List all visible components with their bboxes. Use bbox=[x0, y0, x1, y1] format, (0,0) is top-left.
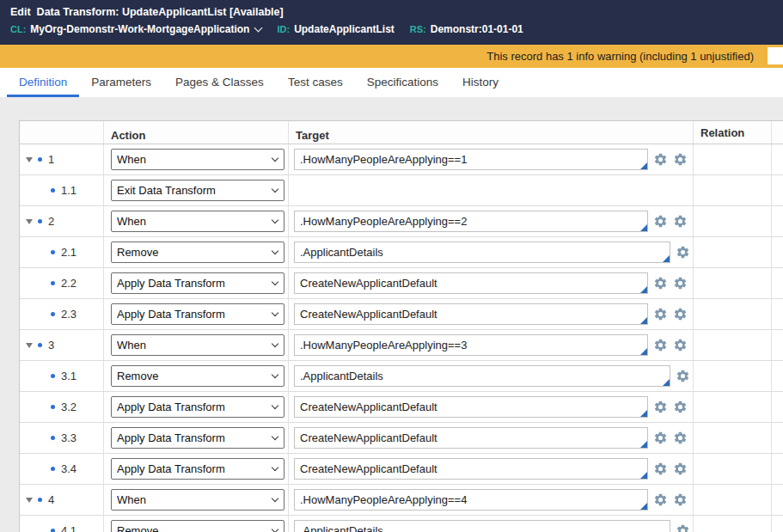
target-input-wrapper bbox=[294, 427, 648, 449]
action-select[interactable]: When bbox=[111, 334, 284, 356]
relation-cell bbox=[694, 516, 772, 532]
action-select[interactable]: Apply Data Transform bbox=[111, 396, 284, 418]
tab-test-cases[interactable]: Test cases bbox=[276, 68, 355, 97]
tab-pages-classes[interactable]: Pages & Classes bbox=[163, 68, 276, 97]
target-input[interactable] bbox=[294, 272, 648, 294]
row-number-cell: 3.4 bbox=[20, 454, 104, 484]
expression-builder-corner-icon[interactable] bbox=[640, 472, 647, 479]
open-rule-gear-icon[interactable] bbox=[653, 276, 668, 290]
open-rule-gear-icon[interactable] bbox=[653, 492, 668, 507]
warning-text: This record has 1 info warning (includin… bbox=[486, 50, 754, 63]
action-select[interactable]: Remove bbox=[111, 242, 284, 263]
configure-gear-icon[interactable] bbox=[673, 214, 688, 229]
open-rule-gear-icon[interactable] bbox=[653, 307, 668, 321]
relation-cell bbox=[694, 175, 772, 205]
table-row: 2.2 Apply Data Transform bbox=[20, 268, 783, 299]
expression-builder-corner-icon[interactable] bbox=[640, 503, 647, 510]
open-rule-gear-icon[interactable] bbox=[653, 214, 668, 229]
row-number: 2.2 bbox=[61, 277, 76, 290]
expression-builder-corner-icon[interactable] bbox=[640, 348, 647, 355]
expression-builder-corner-icon[interactable] bbox=[663, 379, 670, 386]
table-row: 4 When bbox=[20, 485, 783, 516]
target-input[interactable] bbox=[294, 520, 670, 532]
action-select[interactable]: When bbox=[111, 489, 284, 511]
expression-builder-corner-icon[interactable] bbox=[640, 317, 647, 324]
content-area: Action Target Relation 1 When bbox=[0, 97, 783, 532]
action-cell: Remove bbox=[104, 516, 289, 532]
expression-builder-corner-icon[interactable] bbox=[663, 255, 670, 262]
row-bullet-icon bbox=[51, 436, 55, 440]
target-input[interactable] bbox=[294, 149, 648, 170]
target-input[interactable] bbox=[294, 334, 648, 356]
configure-gear-icon[interactable] bbox=[676, 245, 690, 260]
action-select[interactable]: Apply Data Transform bbox=[111, 272, 284, 294]
collapse-triangle-icon[interactable] bbox=[26, 219, 33, 224]
action-select[interactable]: Apply Data Transform bbox=[111, 458, 284, 480]
open-rule-gear-icon[interactable] bbox=[653, 400, 668, 414]
action-select-wrapper: Remove bbox=[111, 520, 284, 532]
relation-cell bbox=[694, 206, 772, 236]
action-select[interactable]: Apply Data Transform bbox=[111, 427, 284, 449]
configure-gear-icon[interactable] bbox=[676, 523, 690, 532]
action-cell: When bbox=[104, 144, 289, 174]
action-select-wrapper: Exit Data Transform bbox=[111, 180, 284, 201]
configure-gear-icon[interactable] bbox=[673, 431, 688, 445]
collapse-triangle-icon[interactable] bbox=[26, 343, 33, 348]
target-input[interactable] bbox=[294, 427, 648, 449]
collapse-triangle-icon[interactable] bbox=[26, 498, 33, 503]
action-cell: When bbox=[104, 330, 289, 360]
action-cell: Remove bbox=[104, 361, 289, 391]
target-input[interactable] bbox=[294, 396, 648, 418]
configure-gear-icon[interactable] bbox=[673, 338, 688, 352]
action-select[interactable]: Apply Data Transform bbox=[111, 303, 284, 325]
tab-definition[interactable]: Definition bbox=[7, 68, 79, 97]
tab-history[interactable]: History bbox=[450, 68, 511, 97]
open-rule-gear-icon[interactable] bbox=[653, 431, 668, 445]
tab-parameters[interactable]: Parameters bbox=[79, 68, 163, 97]
warning-action-button[interactable] bbox=[768, 47, 783, 64]
target-cell bbox=[289, 392, 694, 422]
action-select[interactable]: Remove bbox=[111, 520, 284, 532]
open-rule-gear-icon[interactable] bbox=[653, 338, 668, 352]
action-select[interactable]: Exit Data Transform bbox=[111, 180, 284, 201]
target-cell bbox=[289, 175, 694, 205]
row-number: 3 bbox=[48, 339, 54, 352]
expression-builder-corner-icon[interactable] bbox=[640, 410, 647, 417]
configure-gear-icon[interactable] bbox=[673, 462, 688, 476]
table-row: 2.3 Apply Data Transform bbox=[20, 299, 783, 330]
tab-specifications[interactable]: Specifications bbox=[355, 68, 450, 97]
table-row: 3.2 Apply Data Transform bbox=[20, 392, 783, 423]
target-input[interactable] bbox=[294, 458, 648, 480]
action-select[interactable]: When bbox=[111, 211, 284, 232]
title-action: Edit bbox=[10, 6, 31, 18]
app-header: EditData Transform: UpdateApplicantList … bbox=[0, 0, 783, 45]
target-input[interactable] bbox=[294, 242, 670, 263]
target-input[interactable] bbox=[294, 365, 670, 387]
row-bullet-icon bbox=[51, 281, 55, 285]
rs-value: Demonstr:01-01-01 bbox=[431, 23, 523, 35]
expression-builder-corner-icon[interactable] bbox=[640, 224, 647, 231]
action-select[interactable]: Remove bbox=[111, 365, 284, 387]
target-input[interactable] bbox=[294, 211, 648, 232]
open-rule-gear-icon[interactable] bbox=[653, 462, 668, 476]
expression-builder-corner-icon[interactable] bbox=[640, 441, 647, 448]
cl-value[interactable]: MyOrg-Demonstr-Work-MortgageApplication bbox=[30, 23, 249, 35]
configure-gear-icon[interactable] bbox=[673, 400, 688, 414]
record-meta: CL: MyOrg-Demonstr-Work-MortgageApplicat… bbox=[10, 23, 783, 35]
configure-gear-icon[interactable] bbox=[676, 369, 690, 383]
configure-gear-icon[interactable] bbox=[673, 276, 688, 290]
expression-builder-corner-icon[interactable] bbox=[640, 162, 647, 169]
row-number-cell: 4 bbox=[20, 485, 104, 515]
cl-dropdown-chevron-icon[interactable] bbox=[254, 24, 263, 33]
configure-gear-icon[interactable] bbox=[673, 152, 688, 167]
configure-gear-icon[interactable] bbox=[673, 307, 688, 321]
open-rule-gear-icon[interactable] bbox=[653, 152, 668, 167]
relation-cell bbox=[694, 144, 772, 174]
target-input[interactable] bbox=[294, 489, 648, 511]
target-input[interactable] bbox=[294, 303, 648, 325]
configure-gear-icon[interactable] bbox=[673, 492, 688, 507]
expression-builder-corner-icon[interactable] bbox=[640, 286, 647, 293]
action-select[interactable]: When bbox=[111, 149, 284, 170]
collapse-triangle-icon[interactable] bbox=[26, 157, 33, 162]
action-cell: Apply Data Transform bbox=[104, 299, 289, 329]
